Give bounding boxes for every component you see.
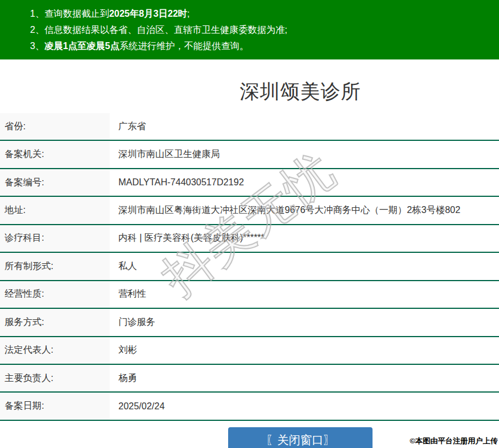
upload-attribution: ©本图由平台注册用户上传: [409, 436, 498, 446]
row-value: 内科 | 医疗美容科(美容皮肤科)******: [110, 225, 499, 252]
notice-1-bold: 2025年8月3日22时: [109, 9, 187, 18]
row-label: 地址:: [0, 197, 110, 223]
notice-3-number: 3、: [30, 41, 44, 51]
page-container: 1、查询数据截止到2025年8月3日22时; 2、信息数据结果以各省、自治区、直…: [0, 0, 499, 448]
row-label: 备案日期:: [0, 393, 110, 419]
notice-1-text: 查询数据截止到: [44, 9, 109, 18]
table-row-address: 地址: 深圳市南山区粤海街道大冲社区深南大道9676号大冲商务中心（一期）2栋3…: [0, 197, 499, 225]
notice-line-2: 2、信息数据结果以各省、自治区、直辖市卫生健康委数据为准;: [30, 22, 499, 38]
row-label: 备案编号:: [0, 169, 110, 196]
row-label: 所有制形式:: [0, 253, 110, 279]
record-table: 省份: 广东省 备案机关: 深圳市南山区卫生健康局 备案编号: MADLYTAH…: [0, 113, 499, 421]
notice-line-1: 1、查询数据截止到2025年8月3日22时;: [30, 6, 499, 22]
notice-1-number: 1、: [30, 9, 44, 18]
notice-2-number: 2、: [30, 25, 44, 35]
notice-1-post: ;: [187, 9, 189, 18]
table-row-principal: 主要负责人: 杨勇: [0, 365, 499, 393]
row-value: 刘彬: [110, 337, 499, 364]
page-title: 深圳颂美诊所: [0, 80, 499, 103]
row-value: 杨勇: [110, 365, 499, 391]
table-row-legal-representative: 法定代表人: 刘彬: [0, 337, 499, 365]
row-value: 2025/02/24: [110, 393, 499, 419]
table-row-medical-subjects: 诊疗科目: 内科 | 医疗美容科(美容皮肤科)******: [0, 225, 499, 253]
row-label: 服务方式:: [0, 309, 110, 335]
table-row-ownership: 所有制形式: 私人: [0, 253, 499, 281]
close-window-button[interactable]: 〖关闭窗口〗: [228, 427, 373, 448]
row-label: 诊疗科目:: [0, 225, 110, 252]
table-row-service-mode: 服务方式: 门诊服务: [0, 309, 499, 337]
notice-3-bold: 凌晨1点至凌晨5点: [44, 41, 120, 51]
table-row-filing-authority: 备案机关: 深圳市南山区卫生健康局: [0, 141, 499, 169]
row-label: 经营性质:: [0, 281, 110, 308]
notice-2-text: 信息数据结果以各省、自治区、直辖市卫生健康委数据为准;: [44, 25, 287, 35]
row-value: 广东省: [110, 113, 499, 140]
row-value: 私人: [110, 253, 499, 279]
row-label: 省份:: [0, 113, 110, 140]
row-value: 深圳市南山区卫生健康局: [110, 141, 499, 167]
row-label: 法定代表人:: [0, 337, 110, 364]
row-value: 深圳市南山区粤海街道大冲社区深南大道9676号大冲商务中心（一期）2栋3号楼80…: [110, 197, 499, 223]
row-label: 主要负责人:: [0, 365, 110, 391]
notice-bar: 1、查询数据截止到2025年8月3日22时; 2、信息数据结果以各省、自治区、直…: [0, 0, 499, 59]
row-value: 营利性: [110, 281, 499, 308]
row-value: 门诊服务: [110, 309, 499, 335]
table-row-filing-number: 备案编号: MADLYTAH-744030517D2192: [0, 169, 499, 197]
row-label: 备案机关:: [0, 141, 110, 167]
table-row-filing-date: 备案日期: 2025/02/24: [0, 393, 499, 420]
table-row-province: 省份: 广东省: [0, 113, 499, 141]
notice-3-post: 系统进行维护，不能提供查询。: [120, 41, 249, 51]
notice-line-3: 3、凌晨1点至凌晨5点系统进行维护，不能提供查询。: [30, 38, 499, 54]
table-row-business-nature: 经营性质: 营利性: [0, 281, 499, 309]
row-value: MADLYTAH-744030517D2192: [110, 169, 499, 196]
